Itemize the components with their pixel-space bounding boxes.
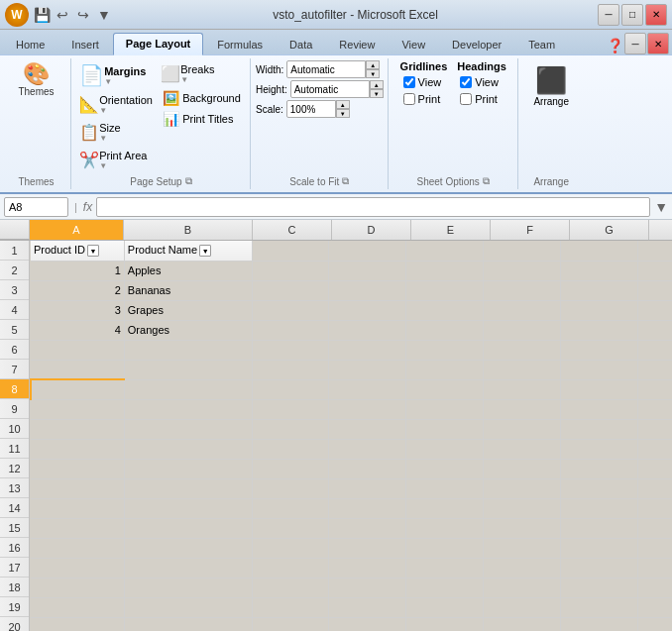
cell-F8[interactable] (484, 379, 561, 399)
filter-btn-B1[interactable]: ▼ (199, 245, 211, 257)
cell-A20[interactable] (31, 617, 124, 631)
gridlines-print-checkbox[interactable] (403, 93, 415, 105)
cell-G7[interactable] (560, 360, 637, 379)
cell-B15[interactable] (124, 518, 252, 538)
cell-B5[interactable]: Oranges (124, 320, 252, 340)
cell-H3[interactable] (637, 280, 672, 300)
row-header-9[interactable]: 9 (0, 399, 29, 419)
cell-E13[interactable] (406, 478, 484, 498)
cell-C12[interactable] (252, 459, 329, 478)
minimize-button[interactable]: ─ (598, 4, 619, 26)
row-header-2[interactable]: 2 (0, 261, 29, 280)
cell-C11[interactable] (252, 439, 329, 459)
cell-E8[interactable] (406, 379, 484, 399)
cell-F7[interactable] (484, 360, 561, 379)
row-header-18[interactable]: 18 (0, 578, 29, 597)
redo-button[interactable]: ↪ (74, 6, 92, 24)
cell-H10[interactable] (637, 419, 672, 439)
restore-button[interactable]: □ (621, 4, 643, 26)
cell-H15[interactable] (637, 518, 672, 538)
cell-H5[interactable] (637, 320, 672, 340)
cell-A9[interactable] (31, 399, 124, 419)
cell-B8[interactable] (124, 379, 252, 399)
corner-cell[interactable] (0, 220, 30, 240)
cell-E1[interactable] (406, 241, 484, 261)
cell-H2[interactable] (637, 261, 672, 280)
ribbon-close-button[interactable]: ✕ (647, 33, 669, 54)
scale-spin-up[interactable]: ▲ (336, 100, 350, 109)
cell-A6[interactable] (31, 340, 124, 360)
cell-E9[interactable] (406, 399, 484, 419)
cell-B3[interactable]: Bananas (124, 280, 252, 300)
cell-H4[interactable] (637, 300, 672, 320)
cell-G12[interactable] (560, 459, 637, 478)
cell-D2[interactable] (329, 261, 406, 280)
cell-G6[interactable] (560, 340, 637, 360)
cell-E6[interactable] (406, 340, 484, 360)
height-spin-up[interactable]: ▲ (370, 80, 384, 89)
margins-button[interactable]: 📄 Margins ▼ (76, 60, 156, 90)
cell-B9[interactable] (124, 399, 252, 419)
cell-A5[interactable]: 4 (31, 320, 124, 340)
cell-C18[interactable] (252, 578, 329, 597)
cell-A15[interactable] (31, 518, 124, 538)
cell-C3[interactable] (252, 280, 329, 300)
cell-H16[interactable] (637, 538, 672, 558)
cell-B12[interactable] (124, 459, 252, 478)
row-header-3[interactable]: 3 (0, 280, 29, 300)
formula-bar-expand[interactable]: ▼ (654, 199, 668, 215)
cell-D14[interactable] (329, 498, 406, 518)
cell-F17[interactable] (484, 558, 561, 578)
cell-A4[interactable]: 3 (31, 300, 124, 320)
cell-F11[interactable] (484, 439, 561, 459)
height-spin-down[interactable]: ▼ (370, 89, 384, 98)
width-spin-down[interactable]: ▼ (366, 69, 380, 78)
row-header-5[interactable]: 5 (0, 320, 29, 340)
cell-D6[interactable] (329, 340, 406, 360)
cell-E10[interactable] (406, 419, 484, 439)
cell-H14[interactable] (637, 498, 672, 518)
cell-H1[interactable] (637, 241, 672, 261)
cell-F20[interactable] (484, 617, 561, 631)
cell-D17[interactable] (329, 558, 406, 578)
width-input[interactable] (286, 60, 366, 78)
tab-home[interactable]: Home (3, 34, 57, 54)
row-header-20[interactable]: 20 (0, 617, 29, 631)
cell-G13[interactable] (560, 478, 637, 498)
cell-C16[interactable] (252, 538, 329, 558)
tab-page-layout[interactable]: Page Layout (113, 33, 203, 55)
width-spin-up[interactable]: ▲ (366, 60, 380, 69)
tab-developer[interactable]: Developer (439, 34, 514, 54)
cell-G11[interactable] (560, 439, 637, 459)
cell-B10[interactable] (124, 419, 252, 439)
cell-C1[interactable] (252, 241, 329, 261)
cell-E16[interactable] (406, 538, 484, 558)
cell-C13[interactable] (252, 478, 329, 498)
cell-D18[interactable] (329, 578, 406, 597)
col-header-A[interactable]: A (30, 220, 124, 240)
cell-F15[interactable] (484, 518, 561, 538)
breaks-button[interactable]: ⬜ Breaks ▼ (158, 60, 246, 87)
cell-C20[interactable] (252, 617, 329, 631)
cell-D9[interactable] (329, 399, 406, 419)
cell-B7[interactable] (124, 360, 252, 379)
tab-formulas[interactable]: Formulas (204, 34, 276, 54)
cell-G1[interactable] (560, 241, 637, 261)
cell-H9[interactable] (637, 399, 672, 419)
cell-D4[interactable] (329, 300, 406, 320)
cell-C17[interactable] (252, 558, 329, 578)
filter-btn-A1[interactable]: ▼ (87, 245, 99, 257)
col-header-H[interactable]: H (649, 220, 672, 240)
height-input[interactable] (290, 80, 370, 98)
sheet-options-dialog-launcher[interactable]: ⧉ (483, 175, 490, 187)
cell-B6[interactable] (124, 340, 252, 360)
cell-E5[interactable] (406, 320, 484, 340)
cell-H11[interactable] (637, 439, 672, 459)
cell-A11[interactable] (31, 439, 124, 459)
cell-C9[interactable] (252, 399, 329, 419)
cell-D11[interactable] (329, 439, 406, 459)
cell-G18[interactable] (560, 578, 637, 597)
cell-F10[interactable] (484, 419, 561, 439)
formula-input[interactable] (96, 197, 650, 217)
cell-G17[interactable] (560, 558, 637, 578)
